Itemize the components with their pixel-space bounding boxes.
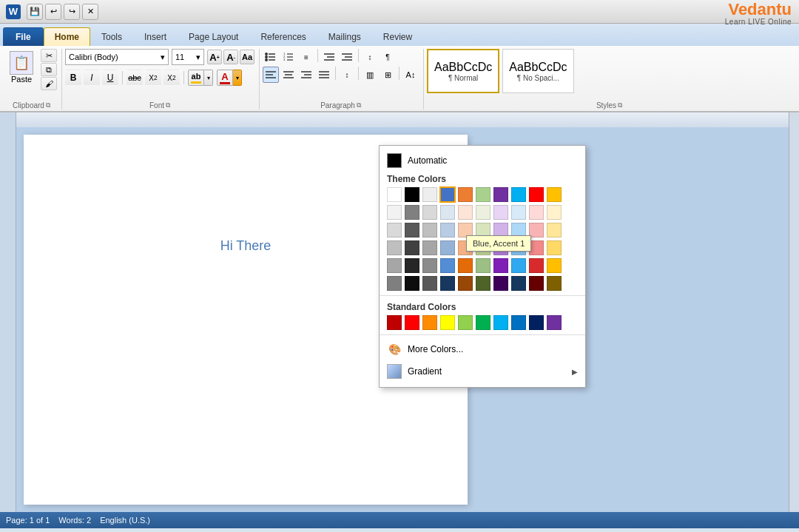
highlight-dropdown-arrow[interactable]: ▾ (204, 70, 213, 86)
standard-swatch-4[interactable] (458, 315, 473, 330)
shade-swatch-3-1[interactable] (405, 258, 419, 273)
undo-btn[interactable]: ↩ (45, 4, 61, 20)
shade-swatch-0-2[interactable] (422, 205, 437, 220)
sort-button[interactable]: ↕ (362, 49, 378, 65)
superscript-button[interactable]: X2 (163, 70, 180, 86)
shade-swatch-0-7[interactable] (511, 205, 526, 220)
paste-button[interactable]: 📋 Paste (6, 49, 37, 86)
shade-swatch-4-8[interactable] (529, 276, 544, 291)
justify-button[interactable] (316, 67, 332, 83)
shade-swatch-2-7[interactable] (511, 240, 526, 255)
shade-swatch-4-1[interactable] (405, 276, 419, 291)
shade-swatch-1-1[interactable] (405, 223, 419, 238)
shade-swatch-3-5[interactable] (476, 258, 490, 273)
theme-swatch-3[interactable] (440, 187, 455, 202)
shade-swatch-1-5[interactable] (476, 223, 490, 238)
shade-swatch-4-6[interactable] (493, 276, 508, 291)
standard-swatch-5[interactable] (476, 315, 490, 330)
shade-swatch-4-0[interactable] (387, 276, 402, 291)
borders-button[interactable]: ⊞ (380, 67, 396, 83)
shade-swatch-3-7[interactable] (511, 258, 526, 273)
shade-swatch-2-9[interactable] (547, 240, 562, 255)
shade-swatch-1-0[interactable] (387, 223, 402, 238)
shading-button[interactable]: ▥ (362, 67, 378, 83)
font-color-dropdown-arrow[interactable]: ▾ (233, 70, 242, 86)
font-size-select[interactable]: 11 ▾ (172, 49, 204, 65)
shade-swatch-2-5[interactable] (476, 240, 490, 255)
cut-button[interactable]: ✂ (41, 49, 57, 62)
tab-file[interactable]: File (3, 27, 44, 46)
clear-format-button[interactable]: Aa (240, 50, 254, 64)
increase-indent-button[interactable] (339, 49, 355, 65)
tab-mailings[interactable]: Mailings (317, 27, 372, 46)
strikethrough-button[interactable]: abc (127, 70, 143, 86)
shade-swatch-2-8[interactable] (529, 240, 544, 255)
bold-button[interactable]: B (65, 70, 81, 86)
shade-swatch-4-4[interactable] (458, 276, 473, 291)
font-dialog-btn[interactable]: ⧉ (166, 101, 170, 110)
redo-btn[interactable]: ↪ (64, 4, 80, 20)
shade-swatch-1-9[interactable] (547, 223, 562, 238)
standard-swatch-9[interactable] (547, 315, 562, 330)
grow-font-button[interactable]: A+ (207, 50, 222, 64)
shade-swatch-3-2[interactable] (422, 258, 437, 273)
para-dialog-btn[interactable]: ⧉ (357, 101, 361, 110)
style-normal[interactable]: AaBbCcDc ¶ Normal (427, 49, 499, 93)
shade-swatch-3-6[interactable] (493, 258, 508, 273)
tab-review[interactable]: Review (372, 27, 423, 46)
theme-swatch-1[interactable] (405, 187, 419, 202)
shade-swatch-2-1[interactable] (405, 240, 419, 255)
standard-swatch-1[interactable] (405, 315, 419, 330)
theme-swatch-5[interactable] (476, 187, 490, 202)
shrink-font-button[interactable]: A- (223, 50, 238, 64)
shade-swatch-0-0[interactable] (387, 205, 402, 220)
style-nospace[interactable]: AaBbCcDc ¶ No Spaci... (502, 49, 573, 93)
automatic-color-row[interactable]: Automatic (380, 150, 585, 171)
shade-swatch-1-2[interactable] (422, 223, 437, 238)
shade-swatch-3-0[interactable] (387, 258, 402, 273)
italic-button[interactable]: I (84, 70, 100, 86)
shade-swatch-0-4[interactable] (458, 205, 473, 220)
shade-swatch-2-3[interactable] (440, 240, 455, 255)
standard-swatch-8[interactable] (529, 315, 544, 330)
theme-swatch-2[interactable] (422, 187, 437, 202)
shade-swatch-0-8[interactable] (529, 205, 544, 220)
shade-swatch-3-8[interactable] (529, 258, 544, 273)
shade-swatch-2-4[interactable] (458, 240, 473, 255)
shade-swatch-1-4[interactable] (458, 223, 473, 238)
shade-swatch-1-6[interactable] (493, 223, 508, 238)
theme-swatch-4[interactable] (458, 187, 473, 202)
format-painter-button[interactable]: 🖌 (41, 77, 57, 90)
theme-swatch-9[interactable] (547, 187, 562, 202)
more-colors-item[interactable]: 🎨 More Colors... (380, 338, 585, 360)
standard-swatch-0[interactable] (387, 315, 402, 330)
shade-swatch-0-3[interactable] (440, 205, 455, 220)
bullets-button[interactable] (263, 49, 279, 65)
align-right-button[interactable] (298, 67, 314, 83)
theme-swatch-8[interactable] (529, 187, 544, 202)
styles-dialog-btn[interactable]: ⧉ (618, 101, 622, 110)
shade-swatch-0-6[interactable] (493, 205, 508, 220)
theme-swatch-6[interactable] (493, 187, 508, 202)
standard-swatch-3[interactable] (440, 315, 455, 330)
theme-swatch-7[interactable] (511, 187, 526, 202)
shade-swatch-2-2[interactable] (422, 240, 437, 255)
line-spacing-button[interactable]: ↕ (339, 67, 355, 83)
multilevel-list-button[interactable]: ≡ (298, 49, 314, 65)
gradient-item[interactable]: Gradient ▶ (380, 360, 585, 383)
underline-button[interactable]: U (102, 70, 118, 86)
align-left-button[interactable] (263, 67, 279, 83)
tab-tools[interactable]: Tools (90, 27, 133, 46)
show-hide-button[interactable]: ¶ (380, 49, 396, 65)
shade-swatch-1-3[interactable] (440, 223, 455, 238)
standard-swatch-2[interactable] (422, 315, 437, 330)
copy-button[interactable]: ⧉ (41, 63, 57, 76)
tab-references[interactable]: References (249, 27, 317, 46)
shade-swatch-3-3[interactable] (440, 258, 455, 273)
theme-swatch-0[interactable] (387, 187, 402, 202)
shade-swatch-3-9[interactable] (547, 258, 562, 273)
shade-swatch-4-5[interactable] (476, 276, 490, 291)
shade-swatch-0-5[interactable] (476, 205, 490, 220)
shade-swatch-0-1[interactable] (405, 205, 419, 220)
shade-swatch-4-9[interactable] (547, 276, 562, 291)
